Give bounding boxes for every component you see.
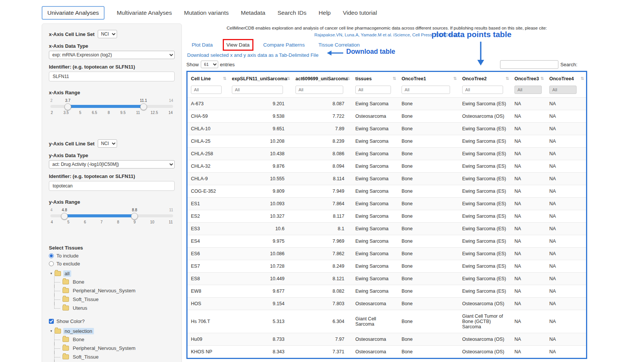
column-header-exp[interactable]: expSLFN11_uniSarcoma⇅	[228, 72, 292, 85]
table-cell: NA	[546, 110, 586, 122]
column-header-oncotree1[interactable]: OncoTree1⇅	[398, 72, 459, 85]
tree-item: Peripheral_Nervous_System	[54, 344, 175, 353]
sort-icon[interactable]: ⇅	[453, 76, 457, 81]
filter-input-exp[interactable]	[232, 86, 283, 94]
slider-handle[interactable]	[131, 213, 138, 220]
slider-tick-label: 11	[136, 111, 140, 115]
tab-help[interactable]: Help	[319, 6, 331, 19]
table-cell: 7.97	[292, 333, 352, 345]
table-cell: Ewing Sarcoma	[352, 272, 398, 285]
tree-caret-icon[interactable]: ▾	[50, 272, 52, 275]
tissues-include-radio[interactable]	[49, 253, 54, 258]
tree-item-label[interactable]: Soft_Tissue	[71, 296, 100, 303]
column-header-oncotree3[interactable]: OncoTree3⇅	[511, 72, 546, 85]
search-input[interactable]	[500, 60, 558, 69]
show-color-checkbox[interactable]	[49, 319, 54, 324]
tree-exclude-root-label[interactable]: no_selection	[63, 328, 94, 334]
sidebar-panel: x-Axis Cell Line Set NCI x-Axis Data Typ…	[42, 23, 182, 362]
tissues-exclude-radio[interactable]	[49, 261, 54, 266]
tab-mutation-variants[interactable]: Mutation variants	[184, 6, 229, 19]
table-row: CHLA-329.8768.094Ewing SarcomaBoneEwing …	[188, 160, 586, 172]
subtab-tissue-correlation[interactable]: Tissue Correlation	[318, 42, 360, 48]
tree-include-root-label[interactable]: all	[63, 270, 71, 277]
search-label: Search:	[560, 62, 577, 67]
slider-handle[interactable]	[64, 103, 71, 110]
filter-input-oncotree1[interactable]	[402, 86, 450, 94]
table-cell: NA	[511, 285, 546, 297]
sort-icon[interactable]: ⇅	[506, 76, 509, 81]
slider-tick-label: 14	[169, 111, 173, 115]
filter-input-oncotree4[interactable]	[549, 86, 577, 94]
filter-cell	[188, 85, 228, 98]
tab-video-tutorial[interactable]: Video tutorial	[343, 6, 377, 19]
sort-icon[interactable]: ⇅	[541, 76, 544, 81]
column-header-cell-line[interactable]: Cell Line⇅	[188, 72, 228, 85]
filter-cell	[511, 85, 546, 98]
filter-input-cell-line[interactable]	[191, 86, 222, 94]
slider-track[interactable]	[50, 105, 173, 108]
table-cell: Ewing Sarcoma	[352, 210, 398, 222]
table-cell: 8.249	[292, 260, 352, 272]
column-header-act[interactable]: act609699_uniSarcoma⇅	[292, 72, 352, 85]
column-header-oncotree4[interactable]: OncoTree4⇅	[546, 72, 586, 85]
table-row: HOS9.1547.803OsteosarcomaBoneOsteosarcom…	[188, 297, 586, 310]
citation-link[interactable]: Rajapakse.VN, Luna.A, Yamade.M et al. iS…	[186, 32, 587, 39]
table-cell: NA	[546, 247, 586, 260]
folder-icon	[55, 329, 61, 334]
column-header-oncotree2[interactable]: OncoTree2⇅	[459, 72, 511, 85]
tab-metadata[interactable]: Metadata	[241, 6, 266, 19]
subtab-view-data[interactable]: View Data	[227, 42, 250, 48]
tree-item-label[interactable]: Bone	[71, 336, 86, 343]
tab-search-ids[interactable]: Search IDs	[277, 6, 306, 19]
tab-univariate-analyses[interactable]: Univariate Analyses	[42, 6, 105, 20]
table-cell: NA	[511, 197, 546, 210]
table-cell: 8.239	[292, 135, 352, 147]
table-cell: NA	[511, 172, 546, 185]
tree-item-label[interactable]: Bone	[71, 279, 86, 285]
tree-item-label[interactable]: Uterus	[71, 305, 89, 311]
table-cell: Bone	[398, 135, 459, 147]
folder-icon	[55, 271, 61, 276]
table-cell: Ewing Sarcoma	[352, 122, 398, 135]
entries-select[interactable]: 61	[201, 61, 218, 68]
subtab-compare-patterns[interactable]: Compare Patterns	[263, 42, 305, 48]
sort-icon[interactable]: ⇅	[223, 76, 227, 81]
tree-caret-icon[interactable]: ▾	[50, 329, 52, 333]
subtab-plot-data[interactable]: Plot Data	[192, 42, 213, 48]
slider-value-label: 4	[50, 208, 53, 212]
slider-handle[interactable]	[61, 213, 68, 220]
sort-icon[interactable]: ⇅	[581, 76, 584, 81]
tree-item-label[interactable]: Peripheral_Nervous_System	[71, 287, 137, 294]
filter-input-act[interactable]	[295, 86, 343, 94]
y-identifier-input[interactable]	[49, 181, 175, 191]
tree-item: Bone	[54, 278, 175, 286]
table-cell: NA	[546, 122, 586, 135]
filter-cell	[228, 85, 292, 98]
slider-handle[interactable]	[140, 103, 147, 110]
slider-value-label: 2	[50, 98, 53, 103]
x-data-type-select[interactable]: exp: mRNA Expression (log2)	[49, 51, 175, 59]
slider-fill	[64, 214, 134, 217]
y-range-slider[interactable]: 44.88.8114567891011	[50, 208, 173, 228]
filter-input-oncotree2[interactable]	[462, 86, 503, 94]
tree-item-label[interactable]: Soft_Tissue	[71, 354, 100, 360]
table-cell: Ewing Sarcoma (ES)	[459, 247, 511, 260]
x-cell-line-set-select[interactable]: NCI	[98, 30, 117, 38]
x-range-slider[interactable]: 23.711.11423.556.589.51112.514	[50, 98, 173, 118]
sort-icon[interactable]: ⇅	[393, 76, 396, 81]
y-data-type-select[interactable]: act: Drug Activity (-log10[IC50M])	[49, 160, 175, 169]
filter-input-oncotree3[interactable]	[514, 86, 542, 94]
y-cell-line-set-select[interactable]: NCI	[98, 139, 117, 148]
table-cell: 9.876	[228, 160, 292, 172]
sort-icon[interactable]: ⇅	[347, 76, 350, 81]
x-identifier-input[interactable]	[49, 72, 175, 81]
sort-icon[interactable]: ⇅	[287, 76, 290, 81]
slider-track[interactable]	[50, 214, 173, 217]
table-cell: Ewing Sarcoma	[352, 235, 398, 247]
tree-item-label[interactable]: Peripheral_Nervous_System	[71, 345, 137, 351]
table-cell: 10.086	[228, 247, 292, 260]
column-header-tissues[interactable]: tissues⇅	[352, 72, 398, 85]
table-cell: Hu09	[188, 333, 228, 345]
tab-multivariate-analyses[interactable]: Multivariate Analyses	[117, 6, 172, 19]
filter-input-tissues[interactable]	[355, 86, 391, 94]
